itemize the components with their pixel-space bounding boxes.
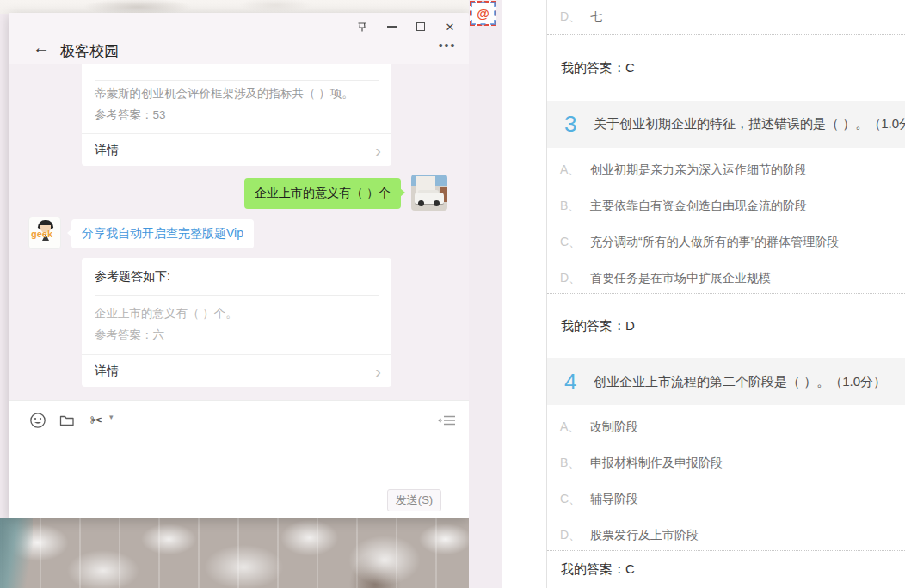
card-answer-text: 参考答案：六 [82, 322, 391, 344]
pin-window-icon[interactable] [348, 19, 377, 34]
card-title: 参考题答如下: [82, 258, 391, 295]
my-answer-text: 我的答案：C [561, 561, 635, 578]
user-avatar[interactable] [411, 175, 447, 211]
input-toolbar: ✂ ▾ [28, 411, 114, 430]
at-icon: @ [477, 7, 489, 20]
chevron-right-icon: › [375, 363, 381, 380]
option-letter: A、 [560, 420, 590, 435]
option-text: 股票发行及上市阶段 [590, 528, 699, 543]
card-question-text: 企业上市的意义有（ ）个。 [82, 296, 391, 322]
option-letter: D、 [560, 271, 590, 286]
option-row-c[interactable]: C、 充分调动“所有的人做所有的事”的群体管理阶段 [547, 224, 905, 260]
option-row-d[interactable]: D、 股票发行及上市阶段 [547, 518, 905, 554]
option-row-prev-d[interactable]: D、 七 [547, 0, 905, 34]
scissors-dropdown-caret-icon[interactable]: ▾ [109, 413, 114, 421]
question-number: 3 [564, 111, 594, 138]
option-row-d[interactable]: D、 首要任务是在市场中扩展企业规模 [547, 260, 905, 297]
option-text: 辅导阶段 [590, 492, 638, 507]
question-3-options: A、 创业初期是亲力亲为深入运作细节的阶段 B、 主要依靠自有资金创造自由现金流… [547, 148, 905, 293]
back-icon[interactable]: ← [33, 39, 50, 56]
question-number: 4 [564, 369, 594, 395]
sent-message-row: 企业上市的意义有（ ）个 [244, 175, 447, 211]
close-icon[interactable]: ✕ [435, 19, 465, 34]
option-text: 主要依靠自有资金创造自由现金流的阶段 [590, 199, 807, 214]
geek-bot-avatar[interactable]: geek [28, 217, 61, 249]
card-answer-text: 参考答案：53 [82, 102, 391, 124]
detail-label: 详情 [95, 364, 119, 379]
file-folder-icon[interactable] [58, 411, 77, 430]
option-row-b[interactable]: B、 申报材料制作及申报阶段 [547, 445, 905, 481]
question-title: 创业企业上市流程的第二个阶段是（ ）。（1.0分） [594, 374, 886, 390]
lace-teal-accent [0, 518, 33, 588]
chat-input-area: ✂ ▾ 发送(S) [9, 400, 469, 518]
option-text: 七 [590, 9, 602, 25]
question-3-header: 3 关于创业初期企业的特征，描述错误的是（ ）。（1.0分） [547, 101, 905, 148]
emoji-icon[interactable] [28, 411, 47, 430]
card-detail-link[interactable]: 详情 › [82, 354, 391, 387]
chat-history-icon[interactable] [438, 413, 457, 432]
option-row-a[interactable]: A、 改制阶段 [547, 409, 905, 445]
option-letter: C、 [560, 235, 590, 250]
option-letter: D、 [560, 9, 590, 25]
chat-message-area: 蒂蒙斯的创业机会评价框架涉及的指标共（ ）项。 参考答案：53 详情 › 企业上… [9, 64, 469, 400]
my-answer-section: 我的答案：C [547, 550, 905, 588]
wechat-chat-window: ← 极客校园 ✕ ••• 蒂蒙斯的创业机会评价框架涉及的指标共（ ）项。 参考答… [9, 13, 469, 518]
option-letter: B、 [560, 456, 590, 471]
maximize-icon[interactable] [406, 19, 435, 34]
background-strip-lavender [469, 0, 502, 588]
option-row-c[interactable]: C、 辅导阶段 [547, 481, 905, 518]
option-letter: B、 [560, 199, 590, 214]
desktop-top-strip [0, 0, 469, 14]
detail-label: 详情 [95, 143, 119, 158]
mention-at-badge[interactable]: @ [470, 1, 496, 26]
my-answer-text: 我的答案：C [561, 60, 635, 77]
option-letter: D、 [560, 528, 590, 543]
option-row-a[interactable]: A、 创业初期是亲力亲为深入运作细节的阶段 [547, 152, 905, 188]
window-controls: ✕ [348, 19, 465, 34]
my-answer-text: 我的答案：D [561, 318, 635, 334]
lace-wallpaper [0, 518, 469, 588]
question-4-options: A、 改制阶段 B、 申报材料制作及申报阶段 C、 辅导阶段 D、 股票发行及上… [547, 405, 905, 550]
sent-message-bubble: 企业上市的意义有（ ）个 [244, 178, 401, 209]
question-4-header: 4 创业企业上市流程的第二个阶段是（ ）。（1.0分） [547, 358, 905, 405]
question-title: 关于创业初期企业的特征，描述错误的是（ ）。（1.0分） [594, 116, 905, 132]
option-text: 首要任务是在市场中扩展企业规模 [590, 271, 771, 286]
send-button[interactable]: 发送(S) [387, 489, 441, 511]
option-row-b[interactable]: B、 主要依靠自有资金创造自由现金流的阶段 [547, 188, 905, 224]
answer-card-top: 蒂蒙斯的创业机会评价框架涉及的指标共（ ）项。 参考答案：53 详情 › [82, 64, 391, 166]
option-letter: C、 [560, 492, 590, 507]
option-text: 充分调动“所有的人做所有的事”的群体管理阶段 [590, 235, 839, 250]
screenshot-scissors-icon[interactable]: ✂ [87, 411, 106, 430]
received-message-bubble[interactable]: 分享我自动开启查完整版题Vip [71, 219, 254, 248]
option-text: 申报材料制作及申报阶段 [590, 456, 723, 471]
geek-avatar-label: geek [31, 229, 52, 239]
card-question-text: 蒂蒙斯的创业机会评价框架涉及的指标共（ ）项。 [82, 81, 391, 102]
chat-more-menu-icon[interactable]: ••• [434, 39, 460, 52]
my-answer-section: 我的答案：D [547, 293, 905, 358]
option-text: 改制阶段 [590, 420, 638, 435]
message-input[interactable] [28, 438, 441, 483]
minimize-icon[interactable] [377, 19, 406, 34]
chevron-right-icon: › [375, 142, 381, 159]
chat-title: 极客校园 [60, 41, 119, 61]
my-answer-section: 我的答案：C [547, 34, 905, 101]
quiz-review-panel: D、 七 我的答案：C 3 关于创业初期企业的特征，描述错误的是（ ）。（1.0… [546, 0, 905, 588]
answer-card-reference: 参考题答如下: 企业上市的意义有（ ）个。 参考答案：六 详情 › [82, 258, 391, 387]
received-message-row: geek 分享我自动开启查完整版题Vip [28, 217, 254, 249]
card-detail-link[interactable]: 详情 › [82, 133, 391, 166]
option-text: 创业初期是亲力亲为深入运作细节的阶段 [590, 162, 807, 178]
option-letter: A、 [560, 162, 590, 178]
wechat-titlebar: ← 极客校园 ✕ ••• [9, 13, 469, 64]
